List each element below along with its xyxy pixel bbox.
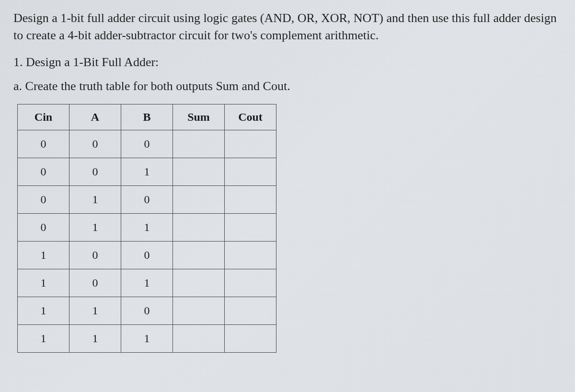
section-heading-1: 1. Design a 1-Bit Full Adder: <box>13 55 562 69</box>
cell-cout <box>225 158 276 185</box>
cell-cin: 1 <box>18 241 69 269</box>
cell-sum <box>173 158 225 185</box>
cell-sum <box>173 324 225 352</box>
cell-cout <box>225 241 276 269</box>
cell-b: 1 <box>121 158 173 185</box>
header-b: B <box>121 104 173 130</box>
cell-cout <box>225 185 276 213</box>
cell-a: 1 <box>69 185 121 213</box>
cell-b: 0 <box>121 241 173 269</box>
header-cout: Cout <box>225 104 276 130</box>
table-row: 0 0 1 <box>18 158 276 185</box>
table-row: 1 0 0 <box>18 241 276 269</box>
cell-cout <box>225 269 276 297</box>
cell-cin: 0 <box>18 213 69 241</box>
cell-sum <box>173 269 225 297</box>
cell-a: 1 <box>69 324 121 352</box>
cell-a: 1 <box>69 213 121 241</box>
cell-cin: 0 <box>18 185 69 213</box>
table-row: 0 0 0 <box>18 130 276 158</box>
table-header-row: Cin A B Sum Cout <box>18 104 276 130</box>
cell-cin: 1 <box>18 269 69 297</box>
table-row: 0 1 0 <box>18 185 276 213</box>
cell-cin: 1 <box>18 324 69 352</box>
cell-cout <box>225 213 276 241</box>
cell-b: 0 <box>121 130 173 158</box>
cell-b: 0 <box>121 185 173 213</box>
table-row: 1 1 0 <box>18 297 276 324</box>
cell-a: 0 <box>69 241 121 269</box>
cell-a: 0 <box>69 130 121 158</box>
cell-a: 0 <box>69 158 121 185</box>
cell-cout <box>225 324 276 352</box>
table-row: 1 0 1 <box>18 269 276 297</box>
cell-cin: 1 <box>18 297 69 324</box>
problem-statement: Design a 1-bit full adder circuit using … <box>13 10 562 45</box>
table-row: 1 1 1 <box>18 324 276 352</box>
cell-b: 1 <box>121 213 173 241</box>
truth-table: Cin A B Sum Cout 0 0 0 0 0 1 <box>17 104 276 353</box>
cell-cin: 0 <box>18 130 69 158</box>
cell-sum <box>173 213 225 241</box>
cell-b: 1 <box>121 324 173 352</box>
cell-cout <box>225 130 276 158</box>
header-a: A <box>69 104 121 130</box>
sub-item-a: a. Create the truth table for both outpu… <box>13 79 562 93</box>
cell-a: 1 <box>69 297 121 324</box>
cell-cin: 0 <box>18 158 69 185</box>
cell-sum <box>173 185 225 213</box>
cell-sum <box>173 130 225 158</box>
cell-sum <box>173 241 225 269</box>
header-sum: Sum <box>173 104 225 130</box>
cell-cout <box>225 297 276 324</box>
cell-b: 1 <box>121 269 173 297</box>
cell-a: 0 <box>69 269 121 297</box>
cell-b: 0 <box>121 297 173 324</box>
header-cin: Cin <box>18 104 69 130</box>
cell-sum <box>173 297 225 324</box>
table-row: 0 1 1 <box>18 213 276 241</box>
